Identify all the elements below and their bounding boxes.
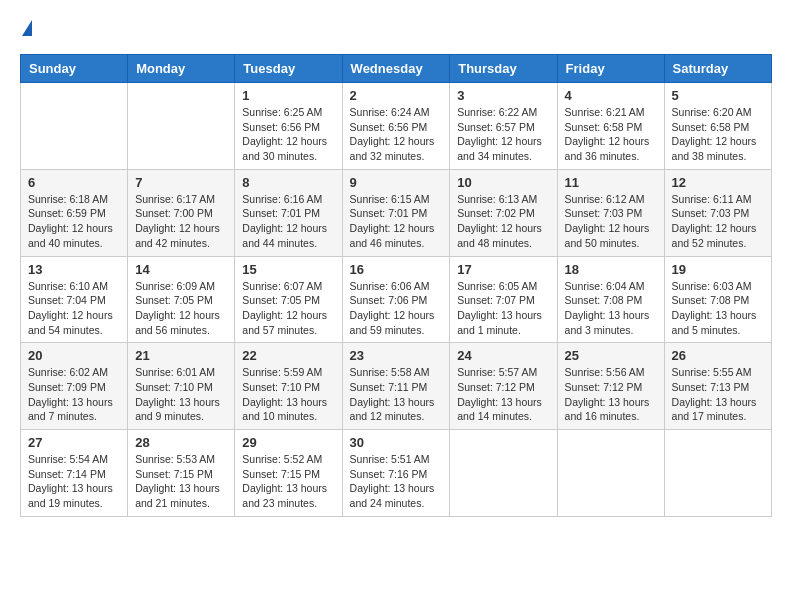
week-row-4: 20Sunrise: 6:02 AMSunset: 7:09 PMDayligh… — [21, 343, 772, 430]
day-number: 29 — [242, 435, 334, 450]
column-header-friday: Friday — [557, 55, 664, 83]
day-number: 9 — [350, 175, 443, 190]
day-number: 6 — [28, 175, 120, 190]
column-header-sunday: Sunday — [21, 55, 128, 83]
day-info: Sunrise: 6:04 AMSunset: 7:08 PMDaylight:… — [565, 279, 657, 338]
week-row-5: 27Sunrise: 5:54 AMSunset: 7:14 PMDayligh… — [21, 430, 772, 517]
header-row: SundayMondayTuesdayWednesdayThursdayFrid… — [21, 55, 772, 83]
day-info: Sunrise: 6:25 AMSunset: 6:56 PMDaylight:… — [242, 105, 334, 164]
day-cell — [128, 83, 235, 170]
day-cell: 8Sunrise: 6:16 AMSunset: 7:01 PMDaylight… — [235, 169, 342, 256]
day-info: Sunrise: 6:13 AMSunset: 7:02 PMDaylight:… — [457, 192, 549, 251]
day-cell: 25Sunrise: 5:56 AMSunset: 7:12 PMDayligh… — [557, 343, 664, 430]
day-info: Sunrise: 6:12 AMSunset: 7:03 PMDaylight:… — [565, 192, 657, 251]
day-cell: 19Sunrise: 6:03 AMSunset: 7:08 PMDayligh… — [664, 256, 771, 343]
day-info: Sunrise: 6:10 AMSunset: 7:04 PMDaylight:… — [28, 279, 120, 338]
day-cell: 3Sunrise: 6:22 AMSunset: 6:57 PMDaylight… — [450, 83, 557, 170]
day-info: Sunrise: 6:09 AMSunset: 7:05 PMDaylight:… — [135, 279, 227, 338]
day-cell: 17Sunrise: 6:05 AMSunset: 7:07 PMDayligh… — [450, 256, 557, 343]
day-number: 26 — [672, 348, 764, 363]
week-row-3: 13Sunrise: 6:10 AMSunset: 7:04 PMDayligh… — [21, 256, 772, 343]
day-number: 7 — [135, 175, 227, 190]
day-info: Sunrise: 5:56 AMSunset: 7:12 PMDaylight:… — [565, 365, 657, 424]
day-cell: 22Sunrise: 5:59 AMSunset: 7:10 PMDayligh… — [235, 343, 342, 430]
column-header-saturday: Saturday — [664, 55, 771, 83]
header — [20, 20, 772, 38]
day-info: Sunrise: 5:55 AMSunset: 7:13 PMDaylight:… — [672, 365, 764, 424]
day-info: Sunrise: 5:54 AMSunset: 7:14 PMDaylight:… — [28, 452, 120, 511]
day-cell: 15Sunrise: 6:07 AMSunset: 7:05 PMDayligh… — [235, 256, 342, 343]
day-cell: 29Sunrise: 5:52 AMSunset: 7:15 PMDayligh… — [235, 430, 342, 517]
day-info: Sunrise: 6:11 AMSunset: 7:03 PMDaylight:… — [672, 192, 764, 251]
day-cell — [557, 430, 664, 517]
day-cell: 11Sunrise: 6:12 AMSunset: 7:03 PMDayligh… — [557, 169, 664, 256]
day-number: 27 — [28, 435, 120, 450]
day-number: 13 — [28, 262, 120, 277]
day-number: 3 — [457, 88, 549, 103]
day-info: Sunrise: 5:52 AMSunset: 7:15 PMDaylight:… — [242, 452, 334, 511]
day-cell — [21, 83, 128, 170]
day-cell: 6Sunrise: 6:18 AMSunset: 6:59 PMDaylight… — [21, 169, 128, 256]
day-info: Sunrise: 6:21 AMSunset: 6:58 PMDaylight:… — [565, 105, 657, 164]
column-header-monday: Monday — [128, 55, 235, 83]
day-cell: 5Sunrise: 6:20 AMSunset: 6:58 PMDaylight… — [664, 83, 771, 170]
day-number: 4 — [565, 88, 657, 103]
day-number: 21 — [135, 348, 227, 363]
day-number: 19 — [672, 262, 764, 277]
week-row-1: 1Sunrise: 6:25 AMSunset: 6:56 PMDaylight… — [21, 83, 772, 170]
day-info: Sunrise: 6:06 AMSunset: 7:06 PMDaylight:… — [350, 279, 443, 338]
day-number: 11 — [565, 175, 657, 190]
day-info: Sunrise: 5:57 AMSunset: 7:12 PMDaylight:… — [457, 365, 549, 424]
day-info: Sunrise: 6:16 AMSunset: 7:01 PMDaylight:… — [242, 192, 334, 251]
column-header-thursday: Thursday — [450, 55, 557, 83]
day-info: Sunrise: 6:20 AMSunset: 6:58 PMDaylight:… — [672, 105, 764, 164]
day-info: Sunrise: 6:17 AMSunset: 7:00 PMDaylight:… — [135, 192, 227, 251]
day-cell: 2Sunrise: 6:24 AMSunset: 6:56 PMDaylight… — [342, 83, 450, 170]
column-header-tuesday: Tuesday — [235, 55, 342, 83]
day-number: 28 — [135, 435, 227, 450]
day-info: Sunrise: 6:03 AMSunset: 7:08 PMDaylight:… — [672, 279, 764, 338]
day-cell: 13Sunrise: 6:10 AMSunset: 7:04 PMDayligh… — [21, 256, 128, 343]
day-cell: 14Sunrise: 6:09 AMSunset: 7:05 PMDayligh… — [128, 256, 235, 343]
day-number: 30 — [350, 435, 443, 450]
day-number: 18 — [565, 262, 657, 277]
day-number: 15 — [242, 262, 334, 277]
day-info: Sunrise: 6:05 AMSunset: 7:07 PMDaylight:… — [457, 279, 549, 338]
day-number: 25 — [565, 348, 657, 363]
day-info: Sunrise: 5:58 AMSunset: 7:11 PMDaylight:… — [350, 365, 443, 424]
day-cell — [664, 430, 771, 517]
day-cell: 24Sunrise: 5:57 AMSunset: 7:12 PMDayligh… — [450, 343, 557, 430]
day-info: Sunrise: 5:59 AMSunset: 7:10 PMDaylight:… — [242, 365, 334, 424]
day-info: Sunrise: 6:24 AMSunset: 6:56 PMDaylight:… — [350, 105, 443, 164]
day-number: 22 — [242, 348, 334, 363]
day-number: 2 — [350, 88, 443, 103]
day-cell: 21Sunrise: 6:01 AMSunset: 7:10 PMDayligh… — [128, 343, 235, 430]
day-number: 16 — [350, 262, 443, 277]
day-number: 12 — [672, 175, 764, 190]
day-cell: 1Sunrise: 6:25 AMSunset: 6:56 PMDaylight… — [235, 83, 342, 170]
day-info: Sunrise: 5:53 AMSunset: 7:15 PMDaylight:… — [135, 452, 227, 511]
calendar: SundayMondayTuesdayWednesdayThursdayFrid… — [20, 54, 772, 517]
day-cell: 28Sunrise: 5:53 AMSunset: 7:15 PMDayligh… — [128, 430, 235, 517]
day-cell: 26Sunrise: 5:55 AMSunset: 7:13 PMDayligh… — [664, 343, 771, 430]
day-info: Sunrise: 6:15 AMSunset: 7:01 PMDaylight:… — [350, 192, 443, 251]
day-cell: 18Sunrise: 6:04 AMSunset: 7:08 PMDayligh… — [557, 256, 664, 343]
day-cell: 4Sunrise: 6:21 AMSunset: 6:58 PMDaylight… — [557, 83, 664, 170]
day-cell: 23Sunrise: 5:58 AMSunset: 7:11 PMDayligh… — [342, 343, 450, 430]
logo — [20, 20, 32, 38]
day-info: Sunrise: 6:07 AMSunset: 7:05 PMDaylight:… — [242, 279, 334, 338]
day-cell: 27Sunrise: 5:54 AMSunset: 7:14 PMDayligh… — [21, 430, 128, 517]
logo-icon — [22, 20, 32, 36]
day-cell: 12Sunrise: 6:11 AMSunset: 7:03 PMDayligh… — [664, 169, 771, 256]
day-number: 14 — [135, 262, 227, 277]
day-cell — [450, 430, 557, 517]
day-info: Sunrise: 6:22 AMSunset: 6:57 PMDaylight:… — [457, 105, 549, 164]
day-info: Sunrise: 6:02 AMSunset: 7:09 PMDaylight:… — [28, 365, 120, 424]
day-number: 1 — [242, 88, 334, 103]
column-header-wednesday: Wednesday — [342, 55, 450, 83]
day-number: 23 — [350, 348, 443, 363]
day-cell: 30Sunrise: 5:51 AMSunset: 7:16 PMDayligh… — [342, 430, 450, 517]
day-number: 8 — [242, 175, 334, 190]
week-row-2: 6Sunrise: 6:18 AMSunset: 6:59 PMDaylight… — [21, 169, 772, 256]
day-number: 10 — [457, 175, 549, 190]
